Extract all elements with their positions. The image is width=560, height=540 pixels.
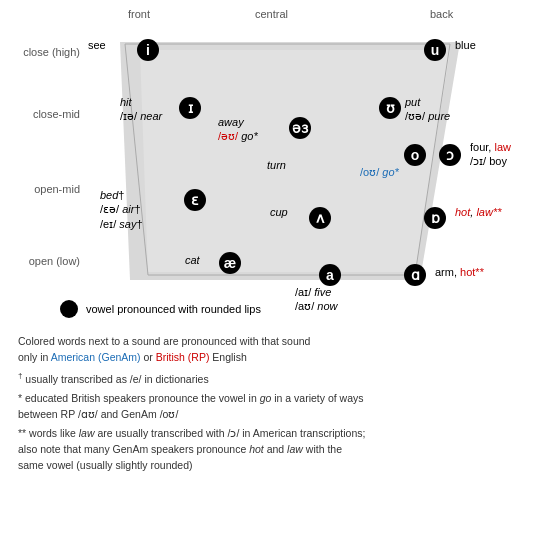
note-double-star: ** words like law are usually transcribe… <box>18 426 542 473</box>
vowel-upsilon: ʊ <box>379 97 401 119</box>
vowel-u-label: blue <box>455 38 476 52</box>
vowel-ash: æ <box>219 252 241 274</box>
legend: vowel pronounced with rounded lips <box>60 300 261 318</box>
legend-circle-icon <box>60 300 78 318</box>
col-label-back: back <box>430 8 453 20</box>
vowel-I-label: hit/ɪə/ near <box>120 95 162 124</box>
vowel-a-label: /aɪ/ five/aʊ/ now <box>295 285 337 314</box>
vowel-wedge-label: cup <box>270 205 288 219</box>
row-label-close: close (high) <box>2 46 80 58</box>
notes-area: Colored words next to a sound are pronou… <box>10 330 550 482</box>
vowel-alpha: ɑ <box>404 264 426 286</box>
vowel-epsilon: ɛ <box>184 189 206 211</box>
vowel-go-label: /oʊ/ go* <box>360 165 399 179</box>
vowel-o: o <box>404 144 426 166</box>
vowel-diagram: front central back close (high) close-mi… <box>0 0 560 330</box>
vowel-i: i <box>137 39 159 61</box>
vowel-wedge: ʌ <box>309 207 331 229</box>
note-star: * educated British speakers pronounce th… <box>18 391 542 423</box>
vowel-open-o: ɔ <box>439 144 461 166</box>
vowel-turn-label: turn <box>267 158 286 172</box>
vowel-alpha-label: arm, hot** <box>435 265 484 279</box>
vowel-o-label: four, law/ɔɪ/ boy <box>470 140 511 169</box>
note-dagger: † usually transcribed as /e/ in dictiona… <box>18 370 542 387</box>
note-colored: Colored words next to a sound are pronou… <box>18 334 542 366</box>
vowel-ash-label: cat <box>185 253 200 267</box>
vowel-open-o2: ɒ <box>424 207 446 229</box>
svg-marker-2 <box>125 44 450 275</box>
legend-text: vowel pronounced with rounded lips <box>86 303 261 315</box>
row-label-close-mid: close-mid <box>2 108 80 120</box>
vowel-a: a <box>319 264 341 286</box>
row-label-open: open (low) <box>2 255 80 267</box>
col-label-central: central <box>255 8 288 20</box>
vowel-schwa-mid: əɜ <box>289 117 311 139</box>
vowel-schwa-label: away /əʊ/ go* <box>218 115 258 144</box>
col-label-front: front <box>128 8 150 20</box>
vowel-i-label: see <box>88 38 106 52</box>
vowel-I: ɪ <box>179 97 201 119</box>
vowel-u: u <box>424 39 446 61</box>
vowel-upsilon-label: put/ʊə/ pure <box>405 95 450 124</box>
vowel-open-o2-label: hot, law** <box>455 205 502 219</box>
vowel-epsilon-label: bed†/ɛə/ air†/eɪ/ say† <box>100 188 143 231</box>
row-label-open-mid: open-mid <box>2 183 80 195</box>
